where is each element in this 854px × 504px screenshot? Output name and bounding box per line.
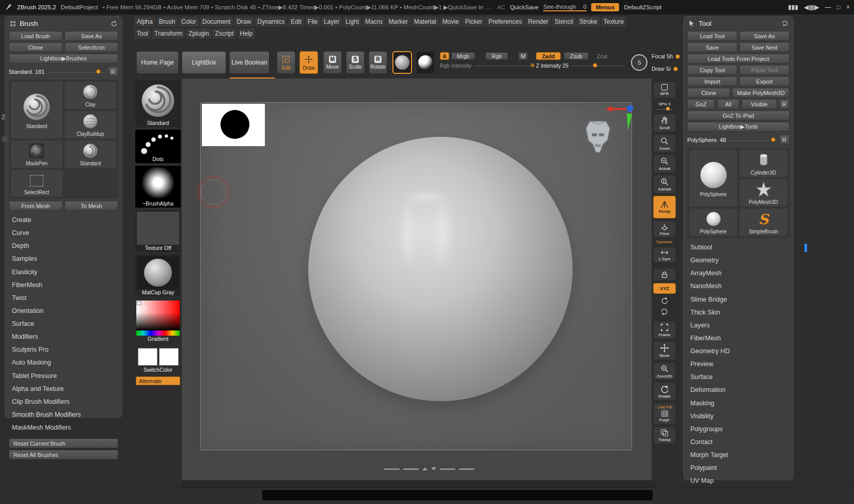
hue-strip[interactable]: [136, 330, 180, 336]
menu-item[interactable]: Stencil: [552, 17, 576, 27]
tool-size-r-button[interactable]: R: [779, 135, 789, 145]
goz-to-ipad-button[interactable]: GoZ To iPad: [687, 111, 789, 120]
tool-section-item[interactable]: Preview: [683, 358, 794, 371]
spix-slider[interactable]: SPix 3: [653, 100, 676, 112]
lock-button[interactable]: [653, 268, 676, 281]
menu-item[interactable]: Light: [343, 17, 361, 27]
rgb-button[interactable]: Rgb: [485, 52, 508, 60]
focal-shift-slider[interactable]: Focal Sh: [652, 53, 682, 59]
polysphere2-thumbnail[interactable]: PolySphere: [689, 209, 737, 236]
stroke-type-thumbnail[interactable]: Dots: [135, 130, 181, 163]
panel-refresh-icon[interactable]: [782, 20, 788, 27]
load-brush-button[interactable]: Load Brush: [9, 31, 62, 41]
radial-rotation-toggle[interactable]: [653, 307, 676, 317]
menu-item[interactable]: File: [305, 17, 320, 27]
menu-item[interactable]: Macro: [362, 17, 385, 27]
menu-item[interactable]: Texture: [601, 17, 626, 27]
copy-tool-button[interactable]: Copy Tool: [687, 65, 737, 75]
tool-section-item[interactable]: NanoMesh: [683, 280, 794, 293]
menu-item[interactable]: Movie: [440, 17, 462, 27]
edit-mode-button[interactable]: Edit: [277, 51, 295, 74]
z-intensity-handle[interactable]: [593, 63, 597, 68]
rgb-intensity-slider[interactable]: Rgb Intensity: [440, 62, 534, 69]
menu-item[interactable]: Render: [526, 17, 551, 27]
polysphere-model[interactable]: [308, 137, 573, 401]
move-mode-button[interactable]: M Move: [323, 51, 342, 74]
brush-section-item[interactable]: Smooth Brush Modifiers: [5, 408, 122, 421]
menu-item[interactable]: Material: [412, 17, 439, 27]
zcut-button[interactable]: Zcut: [592, 52, 612, 60]
lightbox-tools-button[interactable]: Lightbox▶Tools: [687, 122, 789, 132]
minimize-icon[interactable]: —: [825, 4, 831, 11]
brush-section-item[interactable]: Create: [5, 214, 122, 227]
close-icon[interactable]: ×: [846, 4, 850, 11]
default-zscript-button[interactable]: DefaultZScript: [624, 4, 661, 10]
xyz-symmetry-button[interactable]: XYZ: [653, 283, 676, 294]
zoom3d-button[interactable]: Zoom3D: [653, 362, 676, 381]
brush-section-item[interactable]: MaskMesh Modifiers: [5, 421, 122, 434]
scale-mode-button[interactable]: S Scale: [346, 51, 365, 74]
menus-button[interactable]: Menus: [591, 3, 619, 11]
current-material-thumbnail[interactable]: [392, 51, 412, 74]
tool-section-item[interactable]: Contact: [683, 436, 794, 449]
brush-section-item[interactable]: Modifiers: [5, 330, 122, 343]
load-tool-button[interactable]: Load Tool: [687, 31, 737, 41]
live-boolean-button[interactable]: Live Boolean: [229, 51, 270, 74]
lsym-button[interactable]: L.Sym: [653, 247, 676, 263]
menu-item[interactable]: Tool: [134, 28, 151, 39]
simplebrush-thumbnail[interactable]: S SimpleBrush: [739, 209, 787, 236]
load-tools-from-project-button[interactable]: Load Tools From Project: [687, 54, 789, 64]
current-tool-thumbnail[interactable]: PolySphere: [689, 150, 737, 207]
zsub-button[interactable]: Zsub: [564, 52, 589, 60]
main-color-swatch[interactable]: [138, 348, 157, 366]
aahalf-button[interactable]: AAHalf: [653, 175, 676, 194]
tool-section-item[interactable]: Deformation: [683, 384, 794, 397]
menu-item[interactable]: Picker: [463, 17, 485, 27]
alternate-button[interactable]: Alternate: [136, 376, 180, 385]
brush-section-item[interactable]: Clip Brush Modifiers: [5, 396, 122, 408]
menu-item[interactable]: Edit: [288, 17, 304, 27]
zoom-button[interactable]: Zoom: [653, 134, 676, 153]
tool-section-item[interactable]: Slime Bridge: [683, 293, 794, 306]
brush-section-item[interactable]: Tablet Pressure: [5, 370, 122, 383]
polyframe-button[interactable]: Line Fill PolyF: [653, 403, 676, 424]
standard2-brush-thumbnail[interactable]: Standard: [65, 140, 116, 168]
tool-section-item[interactable]: Subtool: [683, 241, 794, 254]
dynamic-toggle[interactable]: Dynamic: [653, 240, 676, 245]
import-button[interactable]: Import: [687, 76, 737, 86]
brush-size-r-button[interactable]: R: [108, 67, 118, 76]
home-page-button[interactable]: Home Page: [136, 51, 179, 74]
stroke-gauge[interactable]: S: [631, 54, 647, 71]
alpha-thumbnail[interactable]: ~BrushAlpha: [135, 166, 181, 208]
clone-tool-button[interactable]: Clone: [687, 88, 730, 98]
goz-all-button[interactable]: All: [717, 99, 739, 109]
scroll-down-icon[interactable]: [431, 467, 436, 470]
save-as-tool-button[interactable]: Save As: [739, 31, 789, 41]
export-button[interactable]: Export: [739, 76, 789, 86]
z-intensity-slider[interactable]: Z Intensity 25: [536, 62, 625, 69]
bpr-button[interactable]: BPR: [653, 82, 676, 98]
brush-section-item[interactable]: FiberMesh: [5, 279, 122, 292]
rgb-intensity-handle[interactable]: [530, 63, 535, 68]
brush-section-item[interactable]: Orientation: [5, 305, 122, 318]
y-rotation-toggle[interactable]: [653, 296, 676, 305]
tool-section-item[interactable]: Visibility: [683, 410, 794, 423]
panel-group-icon[interactable]: ▮▮▮: [788, 4, 798, 11]
menu-item[interactable]: Marker: [386, 17, 410, 27]
canvas-scroll-controls[interactable]: [384, 467, 475, 470]
see-through-slider[interactable]: See-through 0: [543, 4, 587, 11]
save-as-button[interactable]: Save As: [65, 31, 118, 41]
tool-section-item[interactable]: Layers: [683, 319, 794, 332]
timeline-strip[interactable]: [262, 490, 653, 500]
tool-section-item[interactable]: FiberMesh: [683, 332, 794, 345]
brush-size-handle[interactable]: [96, 69, 101, 74]
color-picker[interactable]: Gradient: [135, 299, 181, 343]
maskpen-brush-thumbnail[interactable]: MaskPen: [11, 140, 62, 168]
to-mesh-button[interactable]: To Mesh: [65, 201, 118, 211]
document-viewport[interactable]: [200, 102, 632, 450]
menu-item[interactable]: Color: [179, 17, 199, 27]
menu-item[interactable]: Zplugin: [186, 28, 211, 39]
select-icon-button[interactable]: SelectIcon: [65, 42, 118, 52]
goz-r-button[interactable]: R: [779, 99, 789, 109]
reset-all-brushes-button[interactable]: Reset All Brushes: [9, 450, 118, 460]
